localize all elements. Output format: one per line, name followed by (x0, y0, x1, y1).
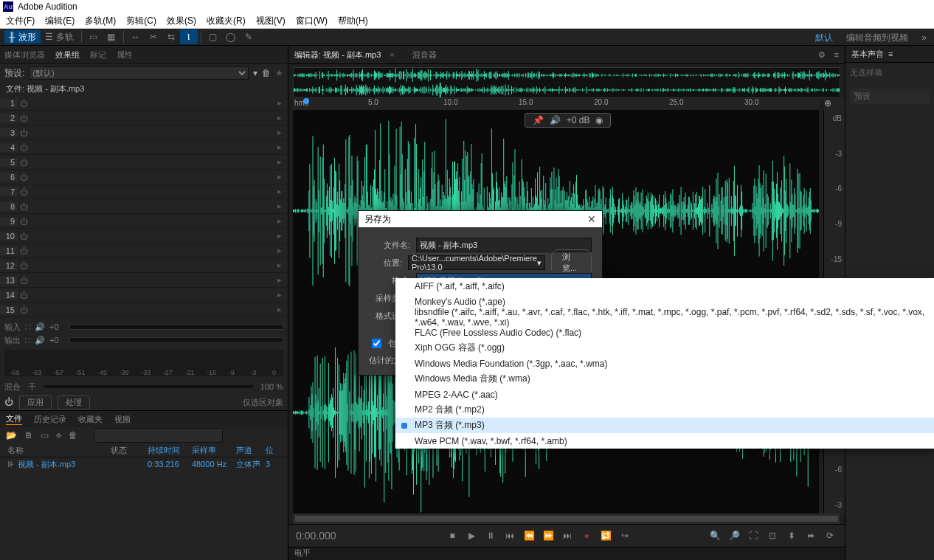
dialog-close-button[interactable]: ✕ (587, 213, 596, 225)
format-option[interactable]: Wave PCM (*.wav, *.bwf, *.rf64, *.amb) (395, 433, 934, 449)
workspace-default[interactable]: 默认 (815, 32, 833, 44)
files-tab-favorites[interactable]: 收藏夹 (78, 414, 103, 425)
ruler-tool-icon[interactable]: ⊕ (824, 98, 845, 110)
menu-view[interactable]: 视图(V) (256, 15, 286, 27)
effect-slot[interactable]: 4⏻▸ (0, 140, 288, 155)
horizontal-scrollbar[interactable] (295, 516, 838, 522)
format-option[interactable]: libsndfile (*.aifc, *.aiff, *.au, *.avr,… (395, 309, 934, 325)
tab-markers[interactable]: 标记 (90, 49, 106, 61)
tool-spot-healing-icon[interactable]: ▭ (85, 30, 103, 44)
effect-slot[interactable]: 1⏻▸ (0, 96, 288, 111)
menu-window[interactable]: 窗口(W) (296, 15, 328, 27)
time-ruler[interactable]: hms 5.010.015.020.025.030.0 (293, 98, 820, 110)
tab-media-browser[interactable]: 媒体浏览器 (4, 49, 45, 61)
zoom-out-v-icon[interactable]: ⬌ (803, 529, 818, 542)
files-tab-files[interactable]: 文件 (6, 413, 22, 425)
editor-gear-icon[interactable]: ⚙ (818, 50, 826, 60)
effect-slot[interactable]: 12⏻▸ (0, 258, 288, 273)
zoom-in-v-icon[interactable]: ⬍ (784, 529, 799, 542)
workspace-more-icon[interactable]: » (921, 32, 927, 43)
col-channels[interactable]: 声道 (236, 445, 266, 456)
effect-slot[interactable]: 8⏻▸ (0, 199, 288, 214)
editor-menu-icon[interactable]: ≡ (834, 50, 839, 59)
power-toggle-icon[interactable]: ⏻ (4, 397, 13, 407)
files-tab-history[interactable]: 历史记录 (34, 414, 66, 425)
tool-paint-icon[interactable]: ✎ (240, 30, 257, 44)
menu-file[interactable]: 文件(F) (6, 15, 35, 27)
apply-button[interactable]: 应用 (19, 395, 52, 409)
file-insert-icon[interactable]: ⎆ (56, 430, 61, 440)
editor-tab-mixer[interactable]: 混音器 (412, 49, 437, 61)
rewind-button[interactable]: ⏪ (522, 529, 536, 542)
waveform-overview[interactable] (293, 67, 840, 98)
tool-brush-icon[interactable]: ▦ (103, 30, 120, 44)
tab-properties[interactable]: 属性 (117, 49, 133, 61)
format-dropdown[interactable]: AIFF (*.aif, *.aiff, *.aifc)Monkey's Aud… (395, 278, 934, 449)
effect-slot[interactable]: 6⏻▸ (0, 170, 288, 184)
forward-button[interactable]: ⏩ (541, 529, 556, 542)
file-search-input[interactable] (94, 428, 223, 443)
col-duration[interactable]: 持续时间 (148, 445, 192, 456)
file-delete-icon[interactable]: 🗑 (69, 430, 77, 440)
location-select[interactable]: C:\User...cuments\Adobe\Premiere Pro\13.… (408, 255, 545, 270)
zoom-reset-icon[interactable]: ⟳ (823, 529, 837, 542)
zoom-full-icon[interactable]: ⛶ (746, 529, 761, 542)
format-option[interactable]: MPEG 2-AAC (*.aac) (395, 387, 934, 402)
tab-effects-rack[interactable]: 效果组 (55, 49, 80, 61)
menu-favorites[interactable]: 收藏夹(R) (207, 15, 246, 27)
go-start-button[interactable]: ⏮ (502, 529, 517, 542)
mix-slider[interactable] (44, 385, 253, 388)
menu-effects[interactable]: 效果(S) (167, 15, 196, 27)
zoom-sel-icon[interactable]: ⊡ (765, 529, 780, 542)
essential-sound-tab[interactable]: 基本声音 (851, 49, 884, 60)
format-option[interactable]: MP2 音频 (*.mp2) (395, 402, 934, 418)
effect-slot[interactable]: 5⏻▸ (0, 155, 288, 170)
tool-move-icon[interactable]: ↔ (127, 30, 145, 44)
workspace-audio-to-video[interactable]: 编辑音频到视频 (846, 32, 908, 44)
file-list-row[interactable]: ⊪视频 - 副本.mp3 0:33.216 48000 Hz 立体声 3 (0, 457, 288, 471)
format-option[interactable]: FLAC (Free Lossless Audio Codec) (*.flac… (395, 325, 934, 340)
go-end-button[interactable]: ⏭ (560, 529, 575, 542)
loop-button[interactable]: 🔁 (598, 529, 613, 542)
tool-lasso-icon[interactable]: ◯ (222, 30, 240, 44)
process-button[interactable]: 处理 (58, 395, 90, 409)
view-multitrack-button[interactable]: ☰多轨 (41, 30, 78, 44)
format-option[interactable]: AIFF (*.aif, *.aiff, *.aifc) (395, 278, 934, 294)
tool-slip-icon[interactable]: ⇆ (162, 30, 180, 44)
zoom-in-icon[interactable]: 🔍 (708, 529, 722, 542)
browse-button[interactable]: 浏览... (551, 249, 592, 276)
tool-marquee-icon[interactable]: ▢ (204, 30, 222, 44)
menu-clip[interactable]: 剪辑(C) (126, 15, 156, 27)
format-option[interactable]: Xiph OGG 容器 (*.ogg) (395, 340, 934, 356)
effect-slot[interactable]: 14⏻▸ (0, 288, 288, 303)
include-markers-checkbox[interactable] (372, 339, 381, 348)
preset-delete-icon[interactable]: 🗑 (262, 68, 271, 78)
effect-slot[interactable]: 2⏻▸ (0, 111, 288, 125)
col-samplerate[interactable]: 采样率 (192, 445, 236, 456)
effect-slot[interactable]: 13⏻▸ (0, 273, 288, 288)
col-status[interactable]: 状态 (111, 445, 148, 456)
editor-tab-close-icon[interactable]: × (390, 50, 394, 59)
favorite-icon[interactable]: ★ (275, 68, 283, 78)
pause-button[interactable]: ⏸ (483, 529, 498, 542)
file-open-icon[interactable]: 📂 (6, 430, 17, 440)
editor-tab-file[interactable]: 编辑器: 视频 - 副本.mp3 (294, 49, 381, 61)
format-option[interactable]: Windows Media 音频 (*.wma) (395, 371, 934, 387)
zoom-out-icon[interactable]: 🔎 (727, 529, 741, 542)
playhead[interactable] (303, 98, 309, 104)
files-tab-video[interactable]: 视频 (114, 414, 131, 425)
hud[interactable]: 📌 🔊 +0 dB ◉ (525, 113, 612, 128)
col-bits[interactable]: 位 (266, 445, 280, 456)
col-name[interactable]: 名称 (0, 445, 111, 456)
skip-button[interactable]: ↪ (618, 529, 632, 542)
tool-razor-icon[interactable]: ✂ (145, 30, 162, 44)
play-button[interactable]: ▶ (464, 529, 479, 542)
file-new-icon[interactable]: 🗎 (24, 430, 33, 440)
menu-multitrack[interactable]: 多轨(M) (85, 15, 116, 27)
effect-slot[interactable]: 7⏻▸ (0, 184, 288, 199)
record-button[interactable]: ● (579, 529, 594, 542)
menu-edit[interactable]: 编辑(E) (45, 15, 75, 27)
hud-gain-icon[interactable]: 🔊 (550, 115, 561, 125)
view-waveform-button[interactable]: ╫波形 (4, 30, 41, 44)
effect-slot[interactable]: 3⏻▸ (0, 125, 288, 140)
